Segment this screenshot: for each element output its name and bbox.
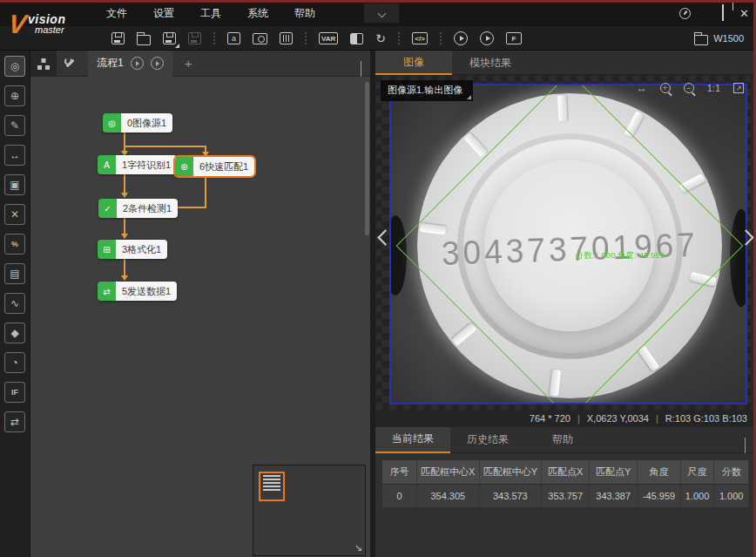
- expand-view-icon[interactable]: ↗: [733, 83, 744, 93]
- arrowhead: [121, 193, 128, 198]
- actual-size-icon[interactable]: 1:1: [707, 83, 720, 93]
- workspace-indicator[interactable]: W1500: [694, 26, 744, 51]
- run-continuous-button[interactable]: [480, 31, 494, 45]
- sidebar-item-image-edit[interactable]: ✎: [4, 115, 25, 136]
- node-icon: ⊞: [98, 240, 116, 259]
- node-char-recognition[interactable]: A 1字符识别1: [98, 155, 177, 174]
- global-variable-button[interactable]: VAR: [319, 32, 338, 44]
- restore-button[interactable]: [722, 5, 724, 21]
- right-panel: 图像 模块结果 30437370196: [375, 51, 756, 557]
- menu-file[interactable]: 文件: [106, 6, 127, 21]
- flow-scrollbar[interactable]: [365, 82, 369, 235]
- image-edit-icon: ✎: [10, 120, 19, 131]
- zoom-in-icon[interactable]: +: [660, 83, 671, 93]
- flow-run-loop-icon[interactable]: [151, 57, 164, 70]
- chevron-down-icon: [377, 9, 386, 17]
- tab-module-result[interactable]: 模块结果: [452, 51, 529, 75]
- flow-settings-button[interactable]: [57, 51, 83, 77]
- sidebar-item-measure[interactable]: ↔: [4, 145, 25, 166]
- node-condition-check[interactable]: ✓ 2条件检测1: [98, 199, 178, 218]
- cell-score[interactable]: 1.000: [714, 484, 749, 507]
- contrast-tool-button[interactable]: [350, 33, 363, 44]
- open-button[interactable]: [137, 32, 151, 45]
- menu-tools[interactable]: 工具: [200, 6, 221, 21]
- tab-image[interactable]: 图像: [375, 51, 452, 75]
- fixture-shadow-right: [730, 209, 747, 307]
- close-button[interactable]: ✕: [739, 8, 749, 19]
- front-run-button[interactable]: F: [506, 32, 522, 44]
- cell-match-point-y[interactable]: 343.387: [590, 484, 638, 507]
- flow-minimap[interactable]: ↘: [253, 465, 366, 556]
- menu-system[interactable]: 系统: [247, 6, 268, 21]
- save-as-button[interactable]: [163, 32, 176, 44]
- image-viewer[interactable]: 304373701967 分数:1.000 角度:-45.959 图像源1.输出…: [375, 75, 756, 410]
- zoom-out-icon[interactable]: −: [684, 83, 694, 93]
- col-header-index: 序号: [382, 460, 417, 484]
- toolbar-separator: [213, 32, 215, 44]
- save-button[interactable]: [111, 32, 125, 44]
- sidebar-item-calculation[interactable]: %: [4, 234, 25, 255]
- sidebar-item-timer[interactable]: ◔: [4, 352, 25, 373]
- menu-settings[interactable]: 设置: [153, 6, 174, 21]
- sidebar-item-image-settings[interactable]: ▤: [4, 263, 25, 284]
- tab-history-result[interactable]: 历史结果: [450, 427, 525, 453]
- result-tabbar: 当前结果 历史结果 帮助: [375, 427, 756, 453]
- sidebar-item-calibration[interactable]: ✕: [4, 204, 25, 225]
- node-format[interactable]: ⊞ 3格式化1: [98, 240, 167, 259]
- workspace-label: W1500: [713, 33, 744, 44]
- image-source-dropdown[interactable]: 图像源1.输出图像: [381, 80, 473, 101]
- run-params-button[interactable]: [280, 32, 293, 44]
- sidebar-item-logic-if[interactable]: IF: [4, 382, 25, 403]
- result-table: 序号 匹配框中心X 匹配框中心Y 匹配点X 匹配点Y 角度 尺度 分数 0 35…: [382, 460, 749, 507]
- menu-help[interactable]: 帮助: [294, 6, 315, 21]
- flow-run-once-icon[interactable]: [131, 57, 144, 70]
- camera-icon: ◎: [10, 61, 19, 71]
- minimap-resize-handle[interactable]: ↘: [354, 542, 362, 554]
- cell-angle[interactable]: -45.959: [638, 484, 681, 507]
- edge: [124, 146, 206, 147]
- performance-gauge-icon[interactable]: [679, 8, 691, 19]
- camera-settings-button[interactable]: [253, 33, 267, 44]
- cell-match-point-x[interactable]: 353.757: [542, 484, 590, 507]
- result-table-zone: 序号 匹配框中心X 匹配框中心Y 匹配点X 匹配点Y 角度 尺度 分数 0 35…: [375, 453, 756, 557]
- arrowhead: [121, 234, 128, 239]
- viewer-tabbar: 图像 模块结果: [375, 51, 756, 75]
- cell-scale[interactable]: 1.000: [681, 484, 715, 507]
- sidebar-item-target[interactable]: ⊕: [4, 85, 25, 106]
- sidebar-item-chart[interactable]: ∿: [4, 293, 25, 314]
- node-icon: ✓: [98, 199, 117, 218]
- sidebar-item-frame[interactable]: ▣: [4, 174, 25, 195]
- node-fast-match[interactable]: ⊛ 6快速匹配1: [175, 157, 254, 176]
- sidebar-item-communication[interactable]: ⇄: [4, 411, 25, 432]
- chevron-down-icon: [361, 61, 361, 77]
- node-image-source[interactable]: ◎ 0图像源1: [103, 113, 172, 132]
- match-result-overlay-text: 分数:1.000 角度:-45.959: [576, 250, 665, 262]
- add-flow-button[interactable]: +: [185, 56, 192, 71]
- flow-canvas[interactable]: ◎ 0图像源1 A 1字符识别1 ⊛ 6快速匹配1 ✓ 2条件检测1 ⊞ 3格式…: [30, 77, 370, 557]
- tab-help[interactable]: 帮助: [525, 427, 600, 453]
- flow-tab-active[interactable]: 流程1: [88, 51, 172, 77]
- flow-header-collapse[interactable]: [361, 61, 361, 77]
- node-send-data[interactable]: ⇄ 5发送数据1: [98, 282, 177, 301]
- app-logo: V vision master: [9, 4, 100, 44]
- refresh-button[interactable]: ↻: [375, 32, 386, 44]
- cell-match-center-y[interactable]: 343.573: [480, 484, 543, 507]
- minimap-viewport[interactable]: [259, 472, 285, 501]
- script-button[interactable]: </>: [412, 32, 428, 44]
- window-controls: ✕: [679, 0, 749, 26]
- sidebar-item-color-fill[interactable]: ◆: [4, 323, 25, 343]
- cell-match-center-x[interactable]: 354.305: [417, 484, 480, 507]
- node-label: 5发送数据1: [116, 282, 177, 301]
- fit-view-icon[interactable]: ↔: [637, 82, 647, 94]
- run-once-button[interactable]: [454, 31, 468, 45]
- node-icon: ◎: [103, 113, 121, 132]
- encrypt-save-button[interactable]: a: [227, 32, 240, 44]
- sidebar-item-camera[interactable]: ◎: [4, 56, 25, 77]
- tab-current-result[interactable]: 当前结果: [375, 427, 450, 453]
- result-panel-collapse[interactable]: [745, 438, 746, 453]
- titlebar-collapse-button[interactable]: [364, 3, 399, 23]
- node-label: 6快速匹配1: [193, 157, 254, 176]
- node-icon: ⊛: [175, 157, 193, 176]
- cell-index[interactable]: 0: [382, 484, 417, 507]
- flow-list-button[interactable]: [30, 51, 57, 77]
